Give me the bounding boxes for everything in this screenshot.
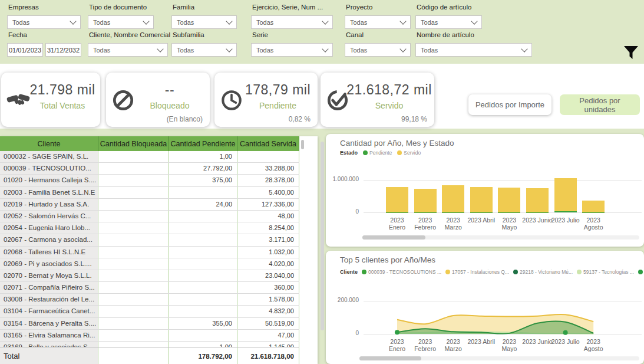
legend-item[interactable]: Servido: [397, 150, 421, 156]
table-row[interactable]: 01020 - Hermanos Calleja S....375,0028.3…: [0, 175, 299, 186]
bar-pendiente[interactable]: [470, 212, 493, 213]
legend-dot-icon: [513, 270, 518, 274]
date-input-to[interactable]: 31/12/2032: [45, 43, 81, 57]
table-row[interactable]: 02003 - Familia Benet S.L.N.E5.400,00: [0, 187, 299, 199]
bar-pendiente[interactable]: [386, 212, 408, 213]
bar-servido[interactable]: [442, 185, 464, 212]
filter-dropdown-subfamilia[interactable]: Todas: [171, 43, 237, 57]
data-point-marker[interactable]: [395, 330, 399, 335]
pedidos-por-importe-button[interactable]: Pedidos por Importe: [468, 94, 551, 115]
chevron-down-icon: [399, 45, 406, 52]
value-cell: 127.336,00: [237, 199, 299, 210]
date-input-from[interactable]: 01/01/2023: [7, 43, 43, 57]
filter-dropdown-c-digo-de-art-culo[interactable]: Todas: [415, 15, 482, 29]
pedidos-por-unidades-button[interactable]: Pedidos por unidades: [560, 94, 640, 115]
dropdown-value: Todas: [350, 19, 367, 26]
legend-item[interactable]: 59137 - Tecnologías ...: [577, 269, 634, 275]
legend-label: 000039 - TECNOSOLUTIONS ...: [368, 269, 441, 275]
area-chart-svg[interactable]: [361, 297, 640, 336]
value-cell: 27.792,00: [169, 163, 237, 174]
column-header-cliente[interactable]: Cliente: [0, 136, 98, 151]
table-row[interactable]: 03008 - Restauración del Le...1.578,00: [0, 294, 299, 306]
dropdown-value: Todas: [93, 47, 110, 54]
bar-servido[interactable]: [414, 189, 437, 212]
bar-chart-hscrollbar[interactable]: [362, 235, 639, 240]
legend-dot-icon: [577, 270, 582, 274]
client-cell: 03008 - Restauración del Le...: [0, 294, 98, 305]
table-row[interactable]: 02019 - Hurtado y Lasa S.A.24,00127.336,…: [0, 199, 299, 211]
value-cell: 23.040,00: [237, 270, 299, 281]
filter-dropdown-proyecto[interactable]: Todas: [345, 15, 411, 29]
table-row[interactable]: 02070 - Bernat y Moya S.L.L.23.040,00: [0, 270, 299, 282]
bar-pendiente[interactable]: [498, 212, 520, 213]
area-chart-hscrollbar[interactable]: [359, 356, 639, 360]
filter-dropdown-serie[interactable]: Todas: [251, 43, 333, 57]
table-row[interactable]: 03169 - Bello y asociados S...1,001.145,…: [0, 342, 299, 347]
bar-pendiente[interactable]: [554, 211, 577, 212]
vertical-scrollbar[interactable]: [321, 142, 324, 330]
value-cell: [98, 211, 169, 222]
bar-pendiente[interactable]: [526, 212, 549, 213]
table-row[interactable]: 02069 - Pi y asociados S.L....4.020,00: [0, 258, 299, 270]
client-cell: 03154 - Bárcena y Peralta S....: [0, 318, 98, 329]
value-cell: 47,00: [237, 330, 299, 341]
value-cell: 28.378,00: [237, 175, 299, 186]
data-point-marker[interactable]: [563, 330, 568, 335]
bar-pendiente[interactable]: [414, 212, 437, 213]
value-cell: [98, 318, 169, 329]
filter-dropdown-familia[interactable]: Todas: [171, 15, 237, 29]
table-row[interactable]: 02054 - Eugenia Haro Llob...8.254,00: [0, 222, 299, 234]
kpi-card-bloqueado: --Bloqueado(En blanco): [106, 73, 210, 127]
legend-item[interactable]: 29218 - Victoriano Mé...: [513, 269, 573, 275]
kpi-value: 178,79 mil: [240, 82, 315, 98]
legend-label: 17057 - Instalaciones Q...: [452, 269, 509, 275]
legend-label: Servido: [404, 150, 421, 156]
value-cell: [98, 222, 169, 234]
table-row[interactable]: 000032 - SAGE SPAIN, S.L.1,00: [0, 151, 299, 163]
bar-servido[interactable]: [470, 187, 493, 212]
filter-dropdown-canal[interactable]: Todas: [345, 43, 411, 57]
legend-dot-icon: [362, 270, 366, 274]
y-axis-tick: 200.000: [328, 297, 359, 303]
column-header-cantidad-servida[interactable]: Cantidad Servida: [237, 136, 299, 151]
filter-dropdown-nombre-de-art-culo[interactable]: Todas: [415, 43, 532, 57]
chevron-down-icon: [143, 18, 149, 24]
bar-servido[interactable]: [554, 178, 577, 211]
table-scrollbar[interactable]: [301, 140, 304, 149]
table-row[interactable]: 02071 - Compañía Piñeiro S...360,00: [0, 282, 299, 294]
dropdown-value: Todas: [421, 19, 438, 26]
table-row[interactable]: 03154 - Bárcena y Peralta S....355,0050.…: [0, 318, 299, 330]
kpi-subvalue: 0,82 %: [289, 115, 311, 123]
column-header-cantidad-bloqueada[interactable]: Cantidad Bloqueada: [98, 136, 169, 151]
table-row[interactable]: 02067 - Carmona y asociad...3.171,00: [0, 234, 299, 246]
filter-dropdown-tipo-de-documento[interactable]: Todas: [88, 15, 154, 29]
column-header-cantidad-pendiente[interactable]: Cantidad Pendiente: [169, 136, 237, 151]
y-axis-tick: 0: [328, 208, 359, 215]
dropdown-value: Todas: [256, 47, 273, 54]
bar-servido[interactable]: [386, 187, 408, 212]
bar-pendiente[interactable]: [582, 212, 605, 213]
filter-dropdown-empresas[interactable]: Todas: [7, 15, 81, 29]
bar-pendiente[interactable]: [442, 212, 464, 213]
filter-dropdown-cliente-nombre-comercial[interactable]: Todas: [88, 43, 168, 57]
value-cell: [169, 330, 237, 341]
table-row[interactable]: 03104 - Farmaceútica Canet...4.832,00: [0, 306, 299, 317]
kpi-label: Pendiente: [240, 101, 315, 110]
table-row[interactable]: 02068 - Talleres HI S.L.N.E1.032,00: [0, 247, 299, 258]
legend-item[interactable]: 000039 - TECNOSOLUTIONS ...: [362, 269, 441, 275]
legend-item[interactable]: Pendiente: [363, 150, 392, 156]
value-cell: 4.020,00: [237, 258, 299, 270]
dropdown-value: Todas: [256, 19, 273, 26]
value-cell: [98, 270, 169, 281]
filter-dropdown-ejercicio-serie-num[interactable]: Todas: [251, 15, 333, 29]
table-row[interactable]: 03165 - Elvira Salamanca Ri...47,00: [0, 330, 299, 342]
bar-servido[interactable]: [498, 188, 520, 212]
legend-item[interactable]: 63007 - Construcci...: [638, 269, 644, 275]
bar-servido[interactable]: [582, 201, 605, 212]
filter-funnel-icon[interactable]: [622, 44, 640, 61]
bar-servido[interactable]: [526, 188, 549, 212]
table-row[interactable]: 02052 - Salomón Hervás C...48,00: [0, 211, 299, 222]
table-row[interactable]: 000039 - TECNOSOLUTIO...27.792,0033.288,…: [0, 163, 299, 175]
legend-item[interactable]: 17057 - Instalaciones Q...: [445, 269, 509, 275]
total-servida: 21.618.718,00: [237, 347, 299, 364]
